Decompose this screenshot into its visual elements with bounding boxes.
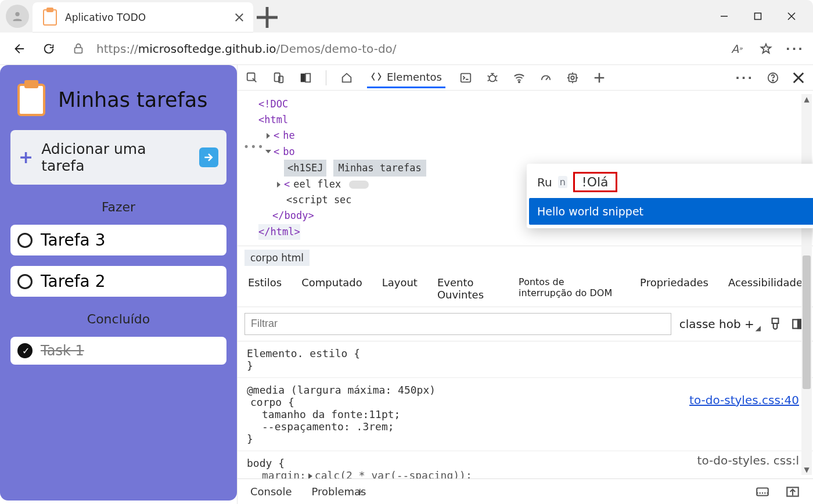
- tab-label: Elementos: [387, 71, 442, 83]
- close-tab-button[interactable]: [233, 12, 245, 23]
- svg-point-0: [15, 12, 19, 16]
- network-icon[interactable]: [513, 71, 526, 84]
- svg-point-14: [772, 80, 774, 81]
- brush-icon[interactable]: [768, 316, 783, 332]
- styles-rules[interactable]: Elemento. estilo { } to-do-styles.css:40…: [238, 341, 813, 478]
- radio-unchecked-icon[interactable]: [17, 233, 33, 248]
- task-row[interactable]: Tarefa 2: [10, 266, 226, 297]
- expand-icon[interactable]: [267, 133, 270, 139]
- command-menu-result[interactable]: Hello world snippet: [529, 198, 813, 225]
- dom-line: <!DOC: [258, 96, 288, 112]
- scroll-thumb[interactable]: [803, 255, 811, 389]
- tab-styles[interactable]: Estilos: [248, 276, 282, 301]
- memory-icon[interactable]: [566, 71, 579, 84]
- refresh-button[interactable]: [41, 41, 57, 57]
- add-task-placeholder: Adicionar uma tarefa: [41, 141, 191, 174]
- inspect-icon[interactable]: [246, 71, 258, 84]
- source-link[interactable]: to-do-styles. css:l: [697, 453, 799, 467]
- scrollbar[interactable]: ▲ ▼: [801, 94, 812, 475]
- close-devtools-icon[interactable]: [792, 71, 805, 84]
- add-task-input[interactable]: + Adicionar uma tarefa: [10, 130, 226, 185]
- help-icon[interactable]: [767, 71, 779, 84]
- svg-rect-2: [75, 48, 82, 53]
- welcome-icon[interactable]: [340, 71, 353, 84]
- dock-icon[interactable]: [785, 484, 800, 499]
- tab-accessibility[interactable]: Acessibilidade: [728, 276, 803, 301]
- back-button[interactable]: [10, 41, 27, 57]
- dom-line: <html: [258, 112, 288, 128]
- dom-line: bo: [283, 144, 294, 160]
- todo-header: Minhas tarefas: [6, 73, 231, 120]
- more-menu-icon[interactable]: ···: [787, 41, 803, 56]
- svg-point-9: [489, 75, 495, 81]
- toggle-class-button[interactable]: classe hob +◢: [679, 317, 760, 331]
- device-toggle-icon[interactable]: [272, 71, 285, 84]
- dom-line: </body>: [272, 208, 314, 224]
- section-todo-label: Fazer: [6, 200, 231, 214]
- crumb-item[interactable]: corpo html: [244, 250, 310, 266]
- styles-filter-input[interactable]: [244, 313, 671, 335]
- maximize-button[interactable]: [753, 11, 763, 21]
- radio-checked-icon[interactable]: [17, 343, 33, 358]
- tab-elements[interactable]: Elementos: [367, 67, 445, 88]
- url-text: https://microsoftedge.github.io/Demos/de…: [96, 42, 397, 56]
- more-tabs-icon[interactable]: [593, 71, 606, 84]
- tab-event-listeners[interactable]: Evento Ouvintes: [437, 276, 499, 301]
- styles-panel-tabs: Estilos Computado Layout Evento Ouvintes…: [238, 269, 813, 307]
- new-tab-button[interactable]: [253, 2, 281, 33]
- tab-properties[interactable]: Propriedades: [640, 276, 708, 301]
- task-row[interactable]: Tarefa 3: [10, 225, 226, 255]
- read-aloud-icon[interactable]: A»: [729, 41, 744, 56]
- source-link[interactable]: to-do-styles.css:40: [689, 393, 799, 407]
- styles-filter-row: classe hob +◢: [238, 307, 813, 341]
- breadcrumb: corpo html: [238, 246, 813, 269]
- drawer-icon[interactable]: [755, 484, 770, 499]
- submit-task-button[interactable]: [199, 147, 218, 167]
- run-label: Ru: [537, 175, 552, 189]
- tab-computed[interactable]: Computado: [301, 276, 362, 301]
- run-chip: n: [558, 176, 567, 188]
- task-label: Tarefa 2: [41, 272, 105, 291]
- dom-line: he: [283, 128, 294, 143]
- task-row-done[interactable]: Task 1: [10, 337, 226, 365]
- close-window-button[interactable]: [786, 11, 797, 21]
- svg-rect-6: [301, 73, 305, 82]
- url-field[interactable]: https://microsoftedge.github.io/Demos/de…: [71, 41, 715, 56]
- command-query-highlight[interactable]: !Olá: [573, 172, 617, 192]
- browser-tab[interactable]: Aplicativo TODO: [33, 2, 253, 33]
- performance-icon[interactable]: [539, 71, 552, 84]
- minimize-button[interactable]: [719, 11, 729, 21]
- tab-problems[interactable]: Problemas +: [311, 485, 366, 498]
- dom-selected-text: Minhas tarefas: [333, 160, 426, 177]
- profile-avatar[interactable]: [6, 5, 29, 28]
- dom-line: eel flex: [293, 177, 341, 192]
- dom-line: </html>: [258, 226, 300, 237]
- window-controls: [703, 0, 813, 33]
- scroll-up-icon[interactable]: ▲: [801, 94, 812, 105]
- devtools-drawer-tabs: Console Problemas +: [238, 478, 813, 504]
- panel-mode-icon[interactable]: [299, 71, 312, 84]
- browser-window: Aplicativo TODO https://microsoftedge.gi…: [0, 0, 813, 504]
- console-icon[interactable]: [459, 71, 472, 84]
- bug-icon[interactable]: [486, 71, 499, 84]
- task-label: Tarefa 3: [41, 231, 105, 250]
- svg-rect-7: [305, 73, 310, 82]
- dom-selected-tag[interactable]: <h1SEJ: [284, 160, 326, 177]
- tab-layout[interactable]: Layout: [382, 276, 418, 301]
- scroll-down-icon[interactable]: ▼: [801, 465, 812, 475]
- command-menu-input-row: Ru n !Olá: [527, 164, 813, 198]
- expand-icon[interactable]: [308, 473, 312, 478]
- expand-icon[interactable]: [277, 182, 280, 188]
- favorite-icon[interactable]: [758, 41, 774, 56]
- svg-point-12: [571, 76, 574, 80]
- flex-badge[interactable]: [349, 181, 369, 189]
- content-area: Minhas tarefas + Adicionar uma tarefa Fa…: [0, 65, 813, 504]
- tab-title: Aplicativo TODO: [65, 12, 146, 23]
- tab-console[interactable]: Console: [250, 485, 292, 498]
- rule-line: Elemento. estilo {: [247, 347, 804, 359]
- todo-app: Minhas tarefas + Adicionar uma tarefa Fa…: [0, 65, 237, 501]
- collapse-icon[interactable]: [265, 150, 271, 153]
- radio-unchecked-icon[interactable]: [17, 274, 33, 289]
- devtools-toolbar: Elementos ···: [238, 65, 813, 91]
- tab-dom-breakpoints[interactable]: Pontos de interrupção do DOM: [519, 276, 620, 301]
